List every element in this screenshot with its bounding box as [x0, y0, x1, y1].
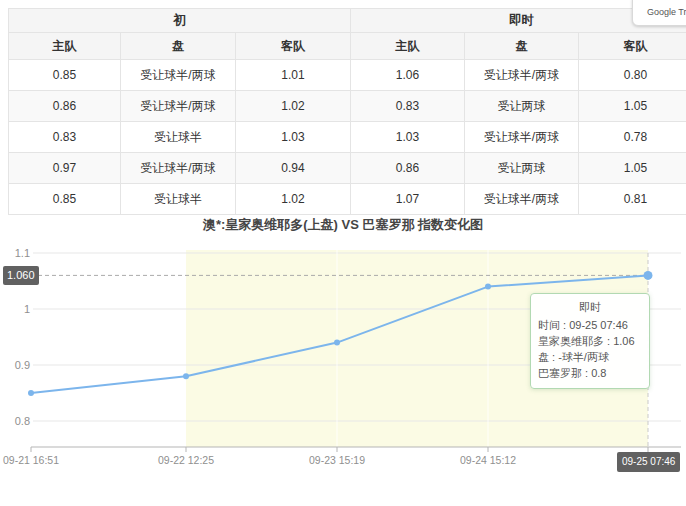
table-row: 0.85 受让球半/两球 1.01 1.06 受让球半/两球 0.80	[9, 60, 686, 91]
table-row: 0.97 受让球半/两球 0.94 0.86 受让两球 1.05	[9, 153, 686, 184]
table-column-header-row: 主队 盘 客队 主队 盘 客队	[9, 33, 686, 60]
odds-cell: 0.94	[236, 153, 351, 184]
handicap-cell: 受让球半/两球	[121, 153, 236, 184]
table-section-header-row: 初 即时	[9, 9, 686, 33]
odds-cell: 0.97	[9, 153, 121, 184]
col-header-away-initial: 客队	[236, 33, 351, 60]
chart-tooltip: 即时 时间 : 09-25 07:46 皇家奥维耶多 : 1.06 盘 : -球…	[530, 293, 650, 389]
odds-cell: 1.03	[236, 122, 351, 153]
y-tick-label: 0.9	[15, 359, 30, 371]
table-row: 0.86 受让球半/两球 1.02 0.83 受让两球 1.05	[9, 91, 686, 122]
col-header-handicap-initial: 盘	[121, 33, 236, 60]
odds-cell: 0.83	[9, 122, 121, 153]
odds-cell: 0.83	[351, 91, 465, 122]
odds-cell: 0.86	[9, 91, 121, 122]
google-translate-button[interactable]: Google Tra	[632, 0, 686, 26]
google-translate-label: Google Tra	[647, 7, 686, 17]
odds-cell: 0.80	[579, 60, 686, 91]
tooltip-title: 即时	[538, 299, 642, 315]
col-header-away-live: 客队	[579, 33, 686, 60]
table-row: 0.83 受让球半 1.03 1.03 受让球半/两球 0.78	[9, 122, 686, 153]
odds-cell: 1.05	[579, 91, 686, 122]
x-tick-label: 09-22 12:25	[158, 454, 214, 466]
odds-chart: 1.110.90.809-21 16:5109-22 12:2509-23 15…	[0, 240, 686, 506]
odds-cell: 0.85	[9, 60, 121, 91]
odds-cell: 1.02	[236, 184, 351, 215]
tooltip-line-home: 皇家奥维耶多 : 1.06	[538, 333, 642, 349]
odds-cell: 0.81	[579, 184, 686, 215]
data-point	[28, 390, 34, 396]
current-value-badge: 1.060	[3, 266, 39, 285]
tooltip-line-away: 巴塞罗那 : 0.8	[538, 365, 642, 381]
col-header-home-live: 主队	[351, 33, 465, 60]
y-tick-label: 1.1	[15, 247, 30, 259]
odds-table: 初 即时 主队 盘 客队 主队 盘 客队 0.85 受让球半/两球 1.01 1…	[8, 8, 686, 215]
handicap-cell: 受让球半/两球	[465, 60, 579, 91]
odds-cell: 0.86	[351, 153, 465, 184]
table-row: 0.85 受让球半 1.02 1.07 受让球半/两球 0.81	[9, 184, 686, 215]
data-point	[183, 373, 189, 379]
section-header-initial: 初	[9, 9, 351, 33]
handicap-cell: 受让球半/两球	[465, 122, 579, 153]
handicap-cell: 受让两球	[465, 91, 579, 122]
odds-cell: 0.78	[579, 122, 686, 153]
chart-title: 澳*:皇家奥维耶多(上盘) VS 巴塞罗那 指数变化图	[0, 216, 686, 234]
x-tick-label: 09-24 15:12	[460, 454, 516, 466]
handicap-cell: 受让球半/两球	[121, 91, 236, 122]
page: 初 即时 主队 盘 客队 主队 盘 客队 0.85 受让球半/两球 1.01 1…	[0, 0, 686, 506]
handicap-cell: 受让球半	[121, 122, 236, 153]
odds-cell: 1.02	[236, 91, 351, 122]
data-point	[644, 271, 653, 280]
y-tick-label: 0.8	[15, 415, 30, 427]
odds-cell: 1.07	[351, 184, 465, 215]
data-point	[485, 284, 491, 290]
tooltip-line-handicap: 盘 : -球半/两球	[538, 349, 642, 365]
current-time-badge: 09-25 07:46	[617, 452, 680, 472]
col-header-handicap-live: 盘	[465, 33, 579, 60]
x-tick-label: 09-21 16:51	[3, 454, 59, 466]
tooltip-line-time: 时间 : 09-25 07:46	[538, 317, 642, 333]
odds-cell: 1.03	[351, 122, 465, 153]
data-point	[334, 340, 340, 346]
handicap-cell: 受让球半/两球	[121, 60, 236, 91]
y-tick-label: 1	[24, 303, 30, 315]
handicap-cell: 受让球半	[121, 184, 236, 215]
col-header-home-initial: 主队	[9, 33, 121, 60]
odds-cell: 0.85	[9, 184, 121, 215]
odds-cell: 1.06	[351, 60, 465, 91]
odds-cell: 1.05	[579, 153, 686, 184]
odds-cell: 1.01	[236, 60, 351, 91]
handicap-cell: 受让两球	[465, 153, 579, 184]
handicap-cell: 受让球半/两球	[465, 184, 579, 215]
x-tick-label: 09-23 15:19	[309, 454, 365, 466]
